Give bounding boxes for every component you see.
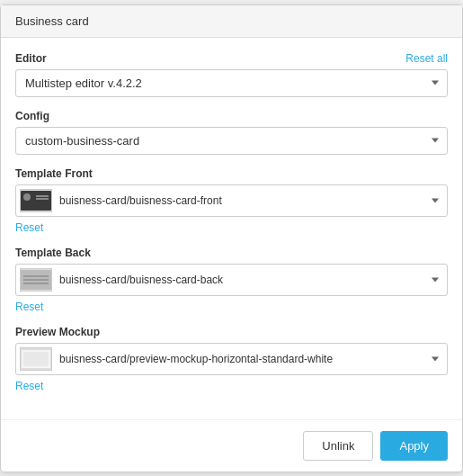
template-back-select-wrapper: buisness-card/buisness-card-back <box>15 264 448 296</box>
template-back-reset-link[interactable]: Reset <box>15 301 43 313</box>
template-back-label: Template Back <box>15 247 91 259</box>
preview-card-inner <box>23 352 49 366</box>
editor-value: Multistep editor v.4.2.2 <box>25 76 142 90</box>
template-front-row: Template Front <box>15 167 448 180</box>
back-line-1 <box>23 275 48 277</box>
back-line-2 <box>23 279 48 281</box>
preview-mockup-select[interactable]: buisness-card/preview-mockup-horizontal-… <box>15 343 448 375</box>
template-front-thumbnail <box>20 189 52 212</box>
template-back-select[interactable]: buisness-card/buisness-card-back <box>15 264 448 296</box>
preview-mockup-label: Preview Mockup <box>15 326 100 338</box>
template-back-row: Template Back <box>15 247 448 259</box>
config-select-wrapper: custom-business-card <box>15 127 448 155</box>
front-card-preview <box>21 191 51 211</box>
config-group: Config custom-business-card <box>15 110 448 155</box>
config-label: Config <box>15 110 49 122</box>
back-line-3 <box>23 283 48 284</box>
editor-select-wrapper: Multistep editor v.4.2.2 <box>15 69 448 97</box>
preview-mockup-thumbnail <box>20 347 52 371</box>
template-front-value: buisness-card/buisness-card-front <box>59 194 420 207</box>
preview-mockup-row: Preview Mockup <box>15 326 448 338</box>
editor-label: Editor <box>15 52 47 65</box>
preview-mockup-select-wrapper: buisness-card/preview-mockup-horizontal-… <box>15 343 448 375</box>
preview-mockup-reset-link[interactable]: Reset <box>15 380 43 392</box>
editor-select[interactable]: Multistep editor v.4.2.2 <box>15 69 448 97</box>
template-back-value: buisness-card/buisness-card-back <box>59 274 420 286</box>
dialog-footer: Unlink Apply <box>1 419 462 472</box>
apply-button[interactable]: Apply <box>380 431 448 461</box>
config-row: Config <box>15 110 448 122</box>
template-back-group: Template Back buisness-card/buisness-car… <box>15 247 448 313</box>
preview-mockup-group: Preview Mockup buisness-card/preview-moc… <box>15 326 448 392</box>
preview-mockup-value: buisness-card/preview-mockup-horizontal-… <box>59 353 420 365</box>
reset-all-link[interactable]: Reset all <box>405 52 448 65</box>
config-value: custom-business-card <box>25 134 139 148</box>
editor-row: Editor Reset all <box>15 52 448 65</box>
business-card-dialog: Business card Editor Reset all Multistep… <box>0 4 463 472</box>
preview-card-thumb <box>21 349 51 369</box>
config-select[interactable]: custom-business-card <box>15 127 448 155</box>
dialog-title: Business card <box>1 5 462 38</box>
template-front-label: Template Front <box>15 167 93 180</box>
template-back-thumbnail <box>20 268 52 292</box>
dialog-body: Editor Reset all Multistep editor v.4.2.… <box>1 38 462 419</box>
editor-group: Editor Reset all Multistep editor v.4.2.… <box>15 52 448 97</box>
template-front-select-wrapper: buisness-card/buisness-card-front <box>15 184 448 217</box>
unlink-button[interactable]: Unlink <box>303 431 373 461</box>
template-front-reset-link[interactable]: Reset <box>15 221 43 234</box>
template-front-group: Template Front buisness-card/buisness-ca… <box>15 167 448 234</box>
template-front-select[interactable]: buisness-card/buisness-card-front <box>15 184 448 217</box>
back-card-preview <box>21 270 51 290</box>
